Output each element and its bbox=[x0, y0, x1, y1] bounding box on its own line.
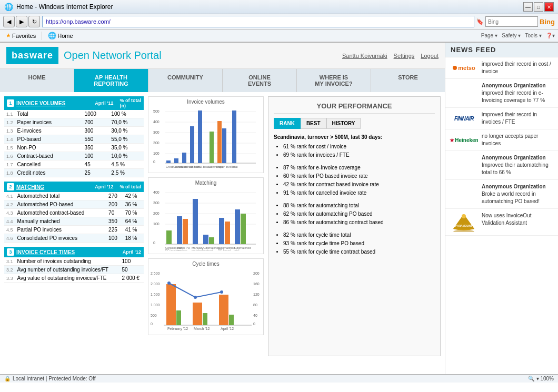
matching-svg-chart: 400 300 200 100 0 bbox=[151, 187, 261, 250]
row-label: Cancelled bbox=[15, 160, 83, 169]
close-button[interactable]: ✕ bbox=[544, 2, 554, 12]
row-label: E-invoices bbox=[15, 127, 83, 135]
chart-title-volumes: Invoice volumes bbox=[151, 99, 261, 105]
svg-text:300: 300 bbox=[153, 130, 160, 134]
ie-logo-icon: 🌐 bbox=[48, 32, 56, 39]
svg-rect-43 bbox=[203, 235, 208, 244]
svg-text:100: 100 bbox=[153, 222, 160, 226]
svg-rect-18 bbox=[217, 121, 222, 163]
svg-rect-39 bbox=[166, 230, 172, 244]
star-icon: ★ bbox=[6, 32, 11, 39]
nav-store[interactable]: STORE bbox=[371, 69, 445, 92]
perf-item: 82 % rank for cycle time total bbox=[283, 231, 435, 239]
row-num: 1.7 bbox=[4, 160, 15, 169]
news-item-metso: metso improved their record in cost / in… bbox=[445, 57, 558, 79]
back-button[interactable]: ◀ bbox=[3, 16, 15, 27]
forward-button[interactable]: ▶ bbox=[16, 16, 27, 27]
svg-rect-45 bbox=[219, 218, 224, 244]
logout-link[interactable]: Logout bbox=[421, 53, 439, 59]
svg-point-81 bbox=[194, 296, 197, 299]
minimize-button[interactable]: — bbox=[523, 2, 533, 12]
row-value: 25 bbox=[83, 169, 109, 177]
news-text-metso: improved their record in cost / invoice bbox=[482, 61, 554, 75]
row-label: Non-PO bbox=[15, 144, 83, 152]
settings-link[interactable]: Settings bbox=[394, 53, 415, 59]
invoice-volumes-title: INVOICE VOLUMES bbox=[16, 100, 65, 106]
svg-point-82 bbox=[220, 290, 223, 294]
anon2-logo bbox=[450, 154, 479, 169]
title-bar: 🌐 Home - Windows Internet Explorer — □ ✕ bbox=[0, 0, 558, 14]
nav-ap-health[interactable]: AP HEALTHREPORTING bbox=[74, 69, 148, 92]
zoom-controls: 🔍 ▾ 100% bbox=[528, 376, 554, 381]
news-item-anon3: Anonymous Organization Broke a world rec… bbox=[445, 180, 558, 209]
chart-title-cycle: Cycle times bbox=[151, 261, 261, 267]
matching-table: 4.1 Automatched total 270 42 % 4.2 Autom… bbox=[4, 192, 144, 243]
performance-title: YOUR PERFORMANCE bbox=[274, 102, 435, 114]
svg-rect-19 bbox=[222, 128, 226, 163]
row-value: 300 bbox=[83, 127, 109, 135]
svg-text:March '12: March '12 bbox=[194, 327, 210, 330]
invoice-volumes-header: 1 INVOICE VOLUMES April '12 % of total(n… bbox=[4, 96, 144, 110]
nav-where-is-my-invoice[interactable]: WHERE ISMY INVOICE? bbox=[297, 69, 371, 92]
nav-community[interactable]: COMMUNITY bbox=[148, 69, 223, 92]
status-zone: 🔒 Local intranet | Protected Mode: Off bbox=[4, 376, 96, 381]
row-pct: 55,0 % bbox=[109, 135, 144, 144]
invoice-volumes-table: 1.1 Total 1000 100 % 1.2 Paper invoices … bbox=[4, 110, 144, 177]
svg-rect-13 bbox=[174, 158, 178, 163]
refresh-button[interactable]: ↻ bbox=[28, 16, 40, 27]
perf-item: 62 % rank for automatching PO based bbox=[283, 210, 435, 218]
news-feed-header: NEWS FEED bbox=[445, 43, 558, 57]
news-item-anon1: Anonymous Organization improved their re… bbox=[445, 79, 558, 108]
matching-header: 2 MATCHING April '12 % of total bbox=[4, 182, 144, 192]
table-row: 1.6 Contract-based 100 10,0 % bbox=[4, 152, 144, 160]
svg-text:160: 160 bbox=[253, 282, 260, 286]
news-text-anon2: Anonymous Organization Improved their au… bbox=[482, 154, 554, 176]
table-row: 1.2 Paper invoices 700 70,0 % bbox=[4, 118, 144, 127]
svg-text:500: 500 bbox=[151, 314, 157, 317]
home-tab[interactable]: 🌐 Home bbox=[45, 31, 75, 41]
maximize-button[interactable]: □ bbox=[534, 2, 543, 12]
user-name-link[interactable]: Santtu Koivumäki bbox=[342, 53, 387, 59]
svg-rect-20 bbox=[232, 110, 236, 163]
performance-list-4: 82 % rank for cycle time total 93 % rank… bbox=[274, 231, 435, 256]
svg-text:April '12: April '12 bbox=[221, 327, 234, 331]
row-value: 100 bbox=[83, 152, 109, 160]
row-num: 1.6 bbox=[4, 152, 15, 160]
window-title: Home - Windows Internet Explorer bbox=[16, 3, 113, 11]
performance-list-3: 88 % rank for automatching total 62 % ra… bbox=[274, 202, 435, 227]
cycle-times-table: 3.1 Number of invoices outstanding 100 3… bbox=[4, 257, 144, 283]
performance-subtitle: Scandinavia, turnover > 500M, last 30 da… bbox=[274, 134, 435, 140]
row-label: Contract-based bbox=[15, 152, 83, 160]
perf-item: 55 % rank for cycle time contract based bbox=[283, 248, 435, 256]
svg-text:0: 0 bbox=[153, 160, 155, 164]
news-text-anon1: Anonymous Organization improved their re… bbox=[482, 82, 554, 104]
rank-tabs: RANK BEST HISTORY bbox=[274, 118, 435, 129]
svg-text:200: 200 bbox=[253, 272, 260, 275]
rank-tab-best[interactable]: BEST bbox=[301, 118, 326, 129]
table-row: 1.4 PO-based 550 55,0 % bbox=[4, 135, 144, 144]
news-item-finnair: FINNAIR improved their record in invoice… bbox=[445, 108, 558, 129]
table-row: 1.5 Non-PO 350 35,0 % bbox=[4, 144, 144, 152]
charts-area: Invoice volumes 500 400 300 200 100 0 bbox=[148, 96, 264, 356]
invoice-volumes-period: April '12 bbox=[95, 100, 113, 106]
cycle-times-period: April '12 bbox=[123, 249, 141, 255]
matching-col: % of total bbox=[120, 184, 142, 189]
search-input[interactable] bbox=[485, 16, 538, 27]
nav-home[interactable]: HOME bbox=[0, 69, 74, 92]
cycle-times-section: 3 INVOICE CYCLE TIMES April '12 3.1 Numb… bbox=[4, 247, 144, 283]
section-num-1: 1 bbox=[7, 99, 14, 107]
portal-title: Open Network Portal bbox=[64, 49, 162, 62]
news-item-heineken: ★ Heineken no longer accepts paper invoi… bbox=[445, 129, 558, 151]
url-input[interactable]: https://onp.basware.com/ bbox=[42, 16, 474, 27]
svg-rect-46 bbox=[225, 222, 230, 244]
zoom-level[interactable]: ▾ 100% bbox=[536, 376, 554, 381]
nav-online-events[interactable]: ONLINEEVENTS bbox=[223, 69, 297, 92]
matching-chart: Matching 400 300 200 100 0 bbox=[148, 177, 264, 254]
rank-tab-rank[interactable]: RANK bbox=[274, 118, 301, 129]
favorites-button[interactable]: ★ Favorites bbox=[3, 31, 38, 40]
volumes-svg-chart: 500 400 300 200 100 0 bbox=[151, 106, 261, 169]
row-label: PO-based bbox=[15, 135, 83, 144]
nav-bar: HOME AP HEALTHREPORTING COMMUNITY ONLINE… bbox=[0, 69, 445, 92]
rank-tab-history[interactable]: HISTORY bbox=[326, 118, 361, 129]
news-feed-panel: NEWS FEED metso improved their record in… bbox=[445, 43, 558, 374]
